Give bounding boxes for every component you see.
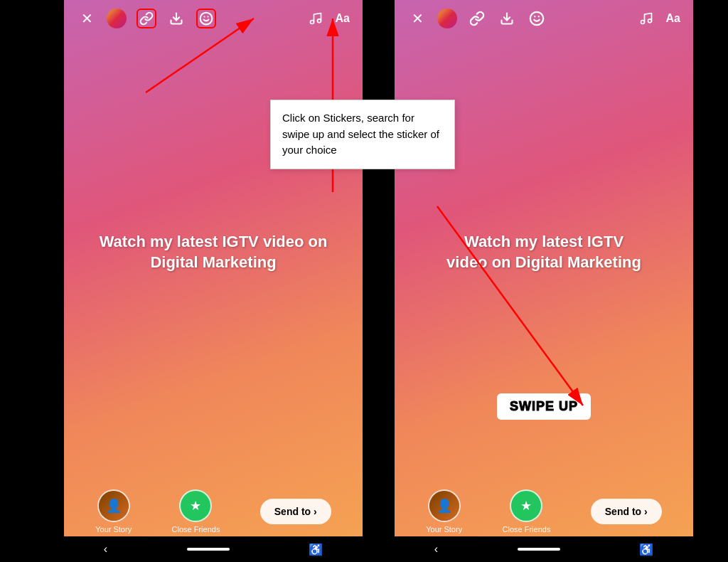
left-audio-icon[interactable] [306,9,326,28]
right-nav-bar: ‹ ♿ [395,536,693,562]
left-story-content: Watch my latest IGTV video on Digital Ma… [64,0,363,562]
right-send-to-label: Send to [605,506,641,517]
right-send-to-button[interactable]: Send to › [591,499,662,524]
left-link-icon[interactable] [136,9,156,28]
left-your-story[interactable]: 👤 Your Story [95,489,132,534]
left-send-to-chevron: › [314,506,317,517]
left-download-icon[interactable] [166,9,186,28]
right-toolbar: ✕ [395,0,693,37]
swipe-up-sticker: SWIPE UP [497,393,591,420]
left-bottom-bar: 👤 Your Story ★ Close Friends Send to › [64,489,363,534]
annotation-box: Click on Stickers, search for swipe up a… [270,100,455,169]
left-toolbar: ✕ [64,0,363,37]
left-nav-bar: ‹ ♿ [64,536,363,562]
right-close-friends-avatar: ★ [510,489,542,522]
svg-point-1 [200,13,213,25]
svg-point-10 [641,21,644,24]
annotation-text: Click on Stickers, search for swipe up a… [282,112,439,156]
right-bottom-bar: 👤 Your Story ★ Close Friends Send to › [395,489,693,534]
left-close-friends-avatar: ★ [179,489,212,522]
right-link-icon[interactable] [467,9,487,28]
right-star-icon: ★ [520,498,532,514]
left-home-indicator [187,548,230,551]
right-screen: ✕ [395,0,693,562]
left-screen: ✕ [64,0,363,562]
left-accessibility-nav: ♿ [309,543,323,556]
right-accessibility-nav: ♿ [639,543,653,556]
right-your-story-label: Your Story [426,525,462,534]
left-text-icon[interactable]: Aa [336,12,350,25]
left-close-friends-label: Close Friends [172,525,220,534]
right-close-icon[interactable]: ✕ [407,9,427,28]
left-sticker-icon[interactable] [196,9,216,28]
right-your-story-avatar: 👤 [428,489,461,522]
right-download-icon[interactable] [497,9,517,28]
left-your-story-avatar: 👤 [97,489,130,522]
right-avatar [437,9,457,28]
left-send-to-label: Send to [274,506,311,517]
left-back-nav[interactable]: ‹ [104,543,107,556]
right-your-story[interactable]: 👤 Your Story [426,489,462,534]
left-star-icon: ★ [190,498,201,514]
right-audio-icon[interactable] [636,9,656,28]
right-send-to-chevron: › [644,506,648,517]
left-send-to-button[interactable]: Send to › [260,499,331,524]
svg-point-7 [530,12,543,25]
right-home-indicator [518,548,560,551]
right-main-text: Watch my latest IGTVvideo on Digital Mar… [425,232,663,272]
svg-point-11 [648,19,651,23]
left-your-story-label: Your Story [95,525,132,534]
right-close-friends-label: Close Friends [503,525,551,534]
right-text-icon[interactable]: Aa [666,12,680,25]
svg-point-4 [310,21,314,24]
right-back-nav[interactable]: ‹ [434,543,438,556]
left-close-friends[interactable]: ★ Close Friends [172,489,220,534]
left-main-text: Watch my latest IGTV video on Digital Ma… [64,232,363,272]
left-close-icon[interactable]: ✕ [77,9,97,28]
right-sticker-icon[interactable] [527,9,547,28]
left-avatar [107,9,127,28]
svg-point-5 [317,19,321,23]
right-close-friends[interactable]: ★ Close Friends [503,489,551,534]
right-story-content: Watch my latest IGTVvideo on Digital Mar… [395,0,693,562]
